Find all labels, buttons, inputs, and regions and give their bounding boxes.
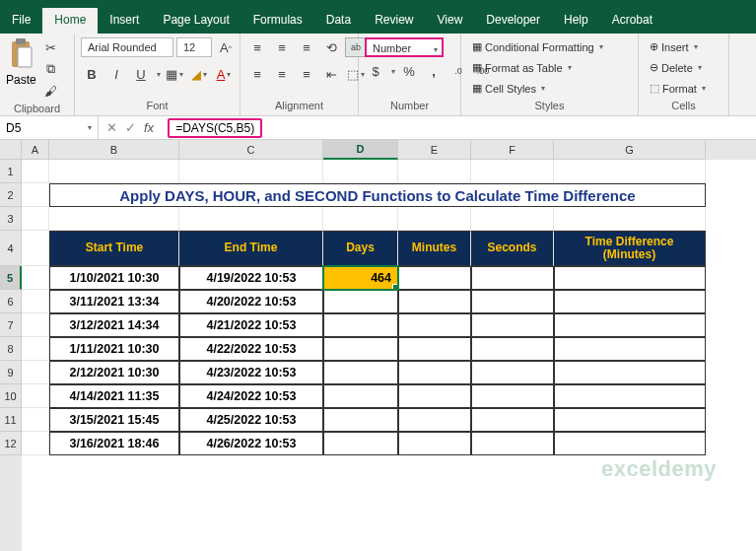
cell-time-diff[interactable] <box>554 313 706 337</box>
font-color-icon[interactable]: A▾ <box>213 64 235 84</box>
paste-icon[interactable] <box>6 37 35 71</box>
cell[interactable] <box>22 384 49 408</box>
chevron-down-icon[interactable]: ▾ <box>157 70 161 79</box>
font-size-select[interactable]: 12 <box>176 37 212 57</box>
cell[interactable] <box>22 160 49 183</box>
formula-input[interactable]: =DAYS(C5,B5) <box>162 116 756 140</box>
row-header[interactable]: 7 <box>0 313 22 337</box>
cell-days[interactable] <box>323 432 398 455</box>
cell-end-time[interactable]: 4/19/2022 10:53 <box>179 266 323 290</box>
header-days[interactable]: Days <box>323 231 398 266</box>
tab-home[interactable]: Home <box>42 8 98 34</box>
currency-icon[interactable]: $ <box>365 61 386 81</box>
tab-review[interactable]: Review <box>363 8 425 34</box>
cell[interactable] <box>554 160 706 183</box>
cell-days[interactable] <box>323 361 398 384</box>
cell-minutes[interactable] <box>398 313 471 337</box>
number-format-select[interactable]: Number▾ <box>365 37 444 57</box>
col-header[interactable]: A <box>22 140 49 160</box>
cell[interactable] <box>179 207 323 231</box>
cell-start-time[interactable]: 1/10/2021 10:30 <box>49 266 179 290</box>
col-header[interactable]: F <box>471 140 554 160</box>
fx-icon[interactable]: fx <box>144 120 154 135</box>
align-middle-icon[interactable]: ≡ <box>271 37 293 57</box>
cell[interactable] <box>471 207 554 231</box>
cut-icon[interactable]: ✂ <box>40 37 62 57</box>
row-header[interactable]: 9 <box>0 361 22 384</box>
bold-button[interactable]: B <box>81 64 103 84</box>
delete-cells-button[interactable]: ⊖Delete▾ <box>645 58 707 77</box>
cell-days[interactable] <box>323 337 398 361</box>
header-minutes[interactable]: Minutes <box>398 231 471 266</box>
col-header[interactable]: D <box>323 140 398 160</box>
cell-minutes[interactable] <box>398 384 471 408</box>
cell[interactable] <box>22 183 49 207</box>
tab-file[interactable]: File <box>0 8 42 34</box>
cell[interactable] <box>398 207 471 231</box>
tab-acrobat[interactable]: Acrobat <box>600 8 664 34</box>
tab-view[interactable]: View <box>426 8 475 34</box>
row-header[interactable]: 4 <box>0 231 22 266</box>
tab-insert[interactable]: Insert <box>98 8 151 34</box>
paste-label[interactable]: Paste <box>6 73 36 87</box>
cell[interactable] <box>49 207 179 231</box>
cell-seconds[interactable] <box>471 408 554 432</box>
cell-days[interactable] <box>323 313 398 337</box>
row-header[interactable]: 2 <box>0 183 22 207</box>
col-header[interactable]: G <box>554 140 706 160</box>
cell-start-time[interactable]: 3/15/2021 15:45 <box>49 408 179 432</box>
cell-seconds[interactable] <box>471 432 554 455</box>
select-all-corner[interactable] <box>0 140 22 160</box>
title-cell[interactable]: Apply DAYS, HOUR, and SECOND Functions t… <box>49 183 706 207</box>
cell[interactable] <box>398 160 471 183</box>
cell-time-diff[interactable] <box>554 266 706 290</box>
cell-styles-button[interactable]: ▦Cell Styles▾ <box>467 79 550 98</box>
name-box[interactable]: D5▾ <box>0 116 99 139</box>
cell[interactable] <box>22 231 49 266</box>
cell-minutes[interactable] <box>398 432 471 455</box>
cell-end-time[interactable]: 4/21/2022 10:53 <box>179 313 323 337</box>
tab-help[interactable]: Help <box>552 8 600 34</box>
cell-days[interactable]: 464 <box>323 266 398 290</box>
insert-cells-button[interactable]: ⊕Insert▾ <box>645 37 703 56</box>
cell-time-diff[interactable] <box>554 384 706 408</box>
col-header[interactable]: B <box>49 140 179 160</box>
cell-seconds[interactable] <box>471 313 554 337</box>
cell-start-time[interactable]: 3/12/2021 14:34 <box>49 313 179 337</box>
cell-seconds[interactable] <box>471 266 554 290</box>
conditional-formatting-button[interactable]: ▦Conditional Formatting▾ <box>467 37 608 56</box>
cell[interactable] <box>22 313 49 337</box>
cell[interactable] <box>49 160 179 183</box>
cell[interactable] <box>554 207 706 231</box>
row-header[interactable]: 11 <box>0 408 22 432</box>
cell[interactable] <box>22 337 49 361</box>
cell-time-diff[interactable] <box>554 408 706 432</box>
cell[interactable] <box>179 160 323 183</box>
col-header[interactable]: C <box>179 140 323 160</box>
tab-page-layout[interactable]: Page Layout <box>151 8 241 34</box>
cell[interactable] <box>22 408 49 432</box>
cell-days[interactable] <box>323 384 398 408</box>
indent-dec-icon[interactable]: ⇤ <box>320 64 342 84</box>
cell-time-diff[interactable] <box>554 337 706 361</box>
cell-seconds[interactable] <box>471 384 554 408</box>
cell[interactable] <box>22 207 49 231</box>
cell-end-time[interactable]: 4/20/2022 10:53 <box>179 290 323 313</box>
header-start-time[interactable]: Start Time <box>49 231 179 266</box>
align-top-icon[interactable]: ≡ <box>246 37 268 57</box>
percent-icon[interactable]: % <box>398 61 420 81</box>
cell[interactable] <box>22 432 49 455</box>
cell-days[interactable] <box>323 290 398 313</box>
cell-end-time[interactable]: 4/24/2022 10:53 <box>179 384 323 408</box>
tab-data[interactable]: Data <box>314 8 363 34</box>
cell-seconds[interactable] <box>471 290 554 313</box>
font-name-select[interactable]: Arial Rounded <box>81 37 173 57</box>
cell-start-time[interactable]: 3/11/2021 13:34 <box>49 290 179 313</box>
cell[interactable] <box>22 361 49 384</box>
row-header[interactable]: 3 <box>0 207 22 231</box>
row-header[interactable]: 5 <box>0 266 22 290</box>
row-header[interactable]: 8 <box>0 337 22 361</box>
tab-developer[interactable]: Developer <box>474 8 552 34</box>
underline-button[interactable]: U <box>130 64 152 84</box>
row-header[interactable]: 6 <box>0 290 22 313</box>
